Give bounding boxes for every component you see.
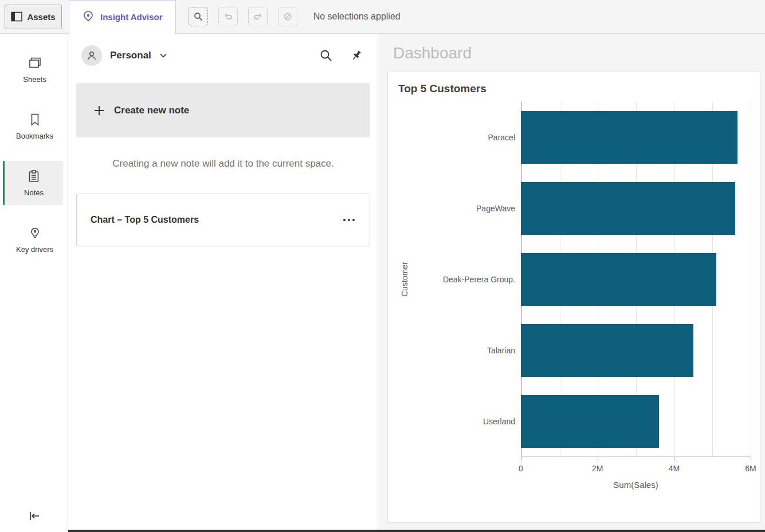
note-card-title: Chart – Top 5 Customers xyxy=(91,215,199,225)
sheets-icon xyxy=(28,56,42,70)
step-back-icon[interactable] xyxy=(218,7,238,26)
bar-row: Talarian xyxy=(412,315,751,386)
bottom-strip xyxy=(68,530,765,532)
gridline xyxy=(751,102,751,456)
bar[interactable] xyxy=(521,111,737,164)
sidebar-item-key-drivers[interactable]: Key drivers xyxy=(5,218,63,262)
plot-area: ParacelPageWaveDeak-Perera Group.Talaria… xyxy=(412,102,751,513)
sidebar-item-notes[interactable]: Notes xyxy=(3,161,63,205)
clear-selections-icon[interactable] xyxy=(278,7,297,26)
chart-rows: ParacelPageWaveDeak-Perera Group.Talaria… xyxy=(412,102,751,457)
search-selections-icon[interactable] xyxy=(189,7,208,26)
collapse-sidebar-icon xyxy=(28,510,41,522)
more-options-icon[interactable] xyxy=(342,215,356,224)
category-label: PageWave xyxy=(412,204,521,213)
bar[interactable] xyxy=(521,253,716,306)
bar-track xyxy=(521,253,751,306)
bar-track xyxy=(521,182,751,235)
space-selector[interactable]: Personal xyxy=(110,50,151,61)
insight-advisor-tab[interactable]: Insight Advisor xyxy=(69,0,176,34)
sidebar-item-label: Notes xyxy=(24,188,44,197)
insight-advisor-label: Insight Advisor xyxy=(100,12,163,22)
category-label: Userland xyxy=(412,417,521,426)
notes-panel-header: Personal xyxy=(69,34,378,77)
bookmarks-icon xyxy=(29,112,41,127)
selection-tools xyxy=(189,7,297,26)
x-axis-title: Sum(Sales) xyxy=(521,475,751,490)
y-axis-title: Customer xyxy=(397,102,412,457)
create-note-label: Create new note xyxy=(114,105,189,116)
page-title: Dashboard xyxy=(393,44,760,62)
category-label: Deak-Perera Group. xyxy=(412,275,521,284)
bar[interactable] xyxy=(521,395,659,448)
sidebar-item-label: Bookmarks xyxy=(16,132,53,140)
tick-mark xyxy=(751,457,751,461)
tick-label: 6M xyxy=(745,464,756,473)
bar-track xyxy=(521,324,751,377)
tick-mark xyxy=(598,457,598,461)
bar-row: Userland xyxy=(412,386,751,457)
notes-panel: Personal Create new note Creating a new … xyxy=(69,34,378,530)
x-axis-ticks: 02M4M6M xyxy=(521,457,751,475)
note-card[interactable]: Chart – Top 5 Customers xyxy=(76,194,370,246)
tick-label: 0 xyxy=(519,464,523,473)
selections-status: No selections applied xyxy=(313,11,401,22)
top-toolbar: Assets Insight Advisor No selections app… xyxy=(0,0,765,34)
collapse-sidebar-button[interactable] xyxy=(0,510,68,522)
assets-button-label: Assets xyxy=(27,12,55,22)
category-label: Talarian xyxy=(412,346,521,355)
tick-mark xyxy=(521,457,521,461)
bar[interactable] xyxy=(521,324,693,377)
key-drivers-icon xyxy=(29,226,41,241)
bar-track xyxy=(521,395,751,448)
bar[interactable] xyxy=(521,182,735,235)
tick-label: 2M xyxy=(592,464,603,473)
sidebar-item-label: Key drivers xyxy=(16,245,53,254)
category-label: Paracel xyxy=(412,133,521,142)
chart-title: Top 5 Customers xyxy=(398,82,751,95)
bar-row: PageWave xyxy=(412,173,751,244)
bar-row: Paracel xyxy=(412,102,751,173)
bar-track xyxy=(521,111,751,164)
search-icon[interactable] xyxy=(319,49,333,62)
user-avatar-icon xyxy=(81,45,102,66)
create-note-button[interactable]: Create new note xyxy=(76,83,370,137)
sidebar-item-label: Sheets xyxy=(23,75,46,84)
assets-panel-icon xyxy=(11,11,22,22)
dashboard-panel: Dashboard Top 5 Customers Customer Parac… xyxy=(379,34,765,530)
plus-icon xyxy=(93,105,105,116)
notes-icon xyxy=(28,169,40,184)
tick-label: 4M xyxy=(669,464,680,473)
step-forward-icon[interactable] xyxy=(248,7,268,26)
insight-advisor-icon xyxy=(82,10,95,23)
chart-body: Customer ParacelPageWaveDeak-Perera Grou… xyxy=(397,102,751,513)
chart-card: Top 5 Customers Customer ParacelPageWave… xyxy=(387,72,760,523)
bar-row: Deak-Perera Group. xyxy=(412,244,751,315)
chevron-down-icon[interactable] xyxy=(159,53,167,58)
sidebar-item-sheets[interactable]: Sheets xyxy=(5,48,63,92)
left-sidebar: Sheets Bookmarks Notes Key drivers xyxy=(0,34,68,532)
pin-icon[interactable] xyxy=(350,49,363,62)
create-note-hint: Creating a new note will add it to the c… xyxy=(86,158,360,170)
sidebar-item-bookmarks[interactable]: Bookmarks xyxy=(5,104,63,148)
tick-mark xyxy=(674,457,674,461)
assets-button[interactable]: Assets xyxy=(5,5,62,29)
